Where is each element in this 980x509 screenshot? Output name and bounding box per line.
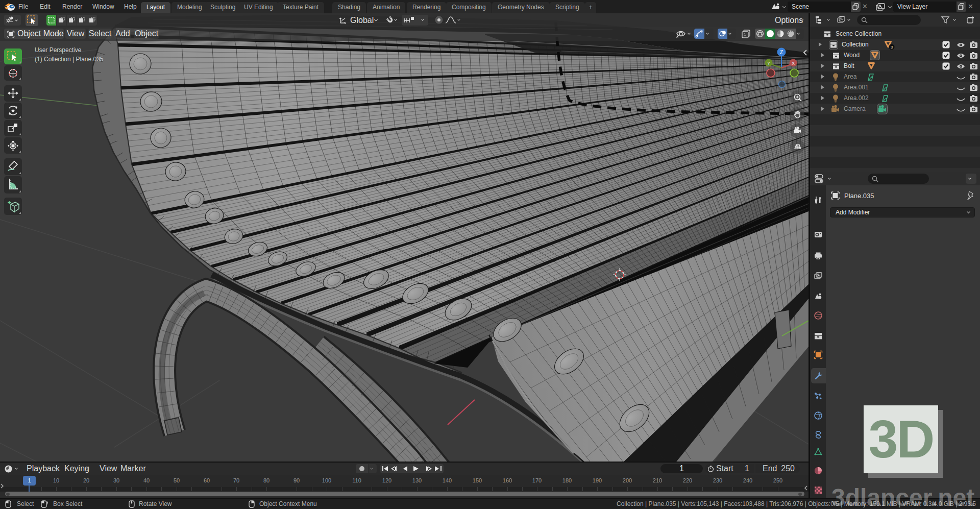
svg-text:Y: Y — [767, 61, 770, 66]
svg-text:X: X — [792, 61, 795, 66]
svg-text:Z: Z — [780, 50, 783, 55]
svg-text:3: 3 — [891, 45, 893, 50]
